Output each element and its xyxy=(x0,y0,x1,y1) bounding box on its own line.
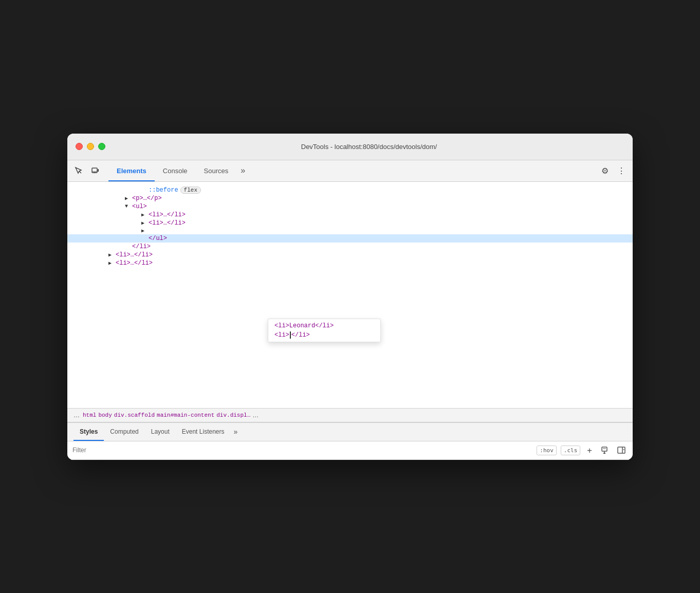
breadcrumb-bar: … html body div.scaffold main#main-conte… xyxy=(67,408,633,422)
breadcrumb-div[interactable]: div.displ… xyxy=(216,412,250,418)
inspect-element-button[interactable] xyxy=(71,163,86,178)
paint-icon[interactable] xyxy=(599,444,611,456)
minimize-button[interactable] xyxy=(87,143,94,150)
breadcrumb-more-right[interactable]: … xyxy=(252,412,259,419)
dom-line-li-5[interactable]: ▶ <li>…</li> xyxy=(67,259,633,267)
tag-li-close: </li> xyxy=(132,243,151,250)
dom-panel: ::before flex ▶ <p>…</p> ▼ <ul> ▶ <li>…<… xyxy=(67,182,633,408)
tab-styles[interactable]: Styles xyxy=(73,423,104,441)
tag-li-4: <li>…</li> xyxy=(116,251,153,258)
settings-button[interactable]: ⚙ xyxy=(598,163,612,178)
tag-li-1: <li>…</li> xyxy=(149,211,186,218)
tag-p: <p>…</p> xyxy=(132,195,162,202)
cls-button[interactable]: .cls xyxy=(561,446,581,455)
toolbar-right-icons: ⚙ ⋮ xyxy=(598,163,629,178)
filter-input[interactable] xyxy=(72,447,532,454)
arrow-li-2: ▶ xyxy=(141,220,149,226)
tab-sources[interactable]: Sources xyxy=(196,160,237,181)
tab-event-listeners[interactable]: Event Listeners xyxy=(176,423,231,441)
dom-line-before[interactable]: ::before flex xyxy=(67,186,633,194)
svg-line-0 xyxy=(79,171,81,173)
breadcrumb-body[interactable]: body xyxy=(98,412,112,418)
dom-line-ul-close[interactable]: </ul> xyxy=(67,234,633,243)
svg-rect-7 xyxy=(603,453,605,454)
tooltip-line-2: <li></li> xyxy=(268,330,380,340)
devtools-window: DevTools - localhost:8080/docs/devtools/… xyxy=(67,134,633,460)
dom-line-p[interactable]: ▶ <p>…</p> xyxy=(67,194,633,202)
more-options-button[interactable]: ⋮ xyxy=(614,163,629,178)
breadcrumb-main[interactable]: main#main-content xyxy=(157,412,214,418)
svg-rect-9 xyxy=(618,447,625,453)
dom-line-li-2[interactable]: ▶ <li>…</li> xyxy=(67,219,633,227)
styles-panel: Styles Computed Layout Event Listeners »… xyxy=(67,422,633,460)
styles-tabs: Styles Computed Layout Event Listeners » xyxy=(67,423,633,441)
traffic-lights xyxy=(76,143,105,150)
device-toggle-button[interactable] xyxy=(88,163,102,178)
flex-badge: flex xyxy=(180,187,201,194)
arrow-li-3: ▶ xyxy=(141,228,149,234)
arrow-li-1: ▶ xyxy=(141,212,149,218)
arrow-li-5: ▶ xyxy=(108,260,116,266)
devtools-toolbar: Elements Console Sources » ⚙ ⋮ xyxy=(67,160,633,182)
toolbar-left-icons xyxy=(71,163,102,178)
tag-li-2: <li>…</li> xyxy=(149,219,186,227)
window-title: DevTools - localhost:8080/docs/devtools/… xyxy=(114,143,624,151)
more-tabs-button[interactable]: » xyxy=(236,166,249,175)
svg-rect-4 xyxy=(94,172,96,173)
breadcrumb-more-left[interactable]: … xyxy=(73,412,80,419)
dom-line-li-3[interactable]: ▶ <li>Leonard</li> <li></li> xyxy=(67,227,633,234)
tooltip-line-1: <li>Leonard</li> xyxy=(268,321,380,330)
arrow-ul: ▼ xyxy=(125,203,132,209)
tab-layout[interactable]: Layout xyxy=(145,423,176,441)
pseudo-before: ::before xyxy=(149,187,178,194)
svg-rect-1 xyxy=(92,168,97,173)
dom-line-ul[interactable]: ▼ <ul> xyxy=(67,202,633,211)
arrow-p: ▶ xyxy=(125,195,132,201)
tag-ul-close: </ul> xyxy=(149,235,167,242)
add-style-button[interactable]: + xyxy=(584,444,595,456)
dom-tooltip: <li>Leonard</li> <li></li> xyxy=(268,319,381,342)
dom-line-li-4[interactable]: ▶ <li>…</li> xyxy=(67,251,633,259)
tab-console[interactable]: Console xyxy=(155,160,196,181)
tab-computed[interactable]: Computed xyxy=(104,423,144,441)
hov-button[interactable]: :hov xyxy=(537,446,557,455)
filter-bar: :hov .cls + xyxy=(67,441,633,460)
breadcrumb-html[interactable]: html xyxy=(83,412,96,418)
main-tabs: Elements Console Sources » xyxy=(108,160,598,181)
svg-rect-2 xyxy=(98,169,99,172)
tag-li-5: <li>…</li> xyxy=(116,260,153,267)
more-styles-tabs[interactable]: » xyxy=(230,428,241,436)
dom-line-li-1[interactable]: ▶ <li>…</li> xyxy=(67,211,633,219)
maximize-button[interactable] xyxy=(98,143,105,150)
breadcrumb-scaffold[interactable]: div.scaffold xyxy=(114,412,155,418)
svg-rect-5 xyxy=(602,447,607,451)
tag-ul: <ul> xyxy=(132,203,147,210)
tab-elements[interactable]: Elements xyxy=(108,160,155,181)
arrow-li-4: ▶ xyxy=(108,252,116,258)
title-bar: DevTools - localhost:8080/docs/devtools/… xyxy=(67,134,633,160)
dom-line-li-close[interactable]: </li> xyxy=(67,243,633,251)
toggle-sidebar-icon[interactable] xyxy=(615,444,628,456)
close-button[interactable] xyxy=(76,143,83,150)
